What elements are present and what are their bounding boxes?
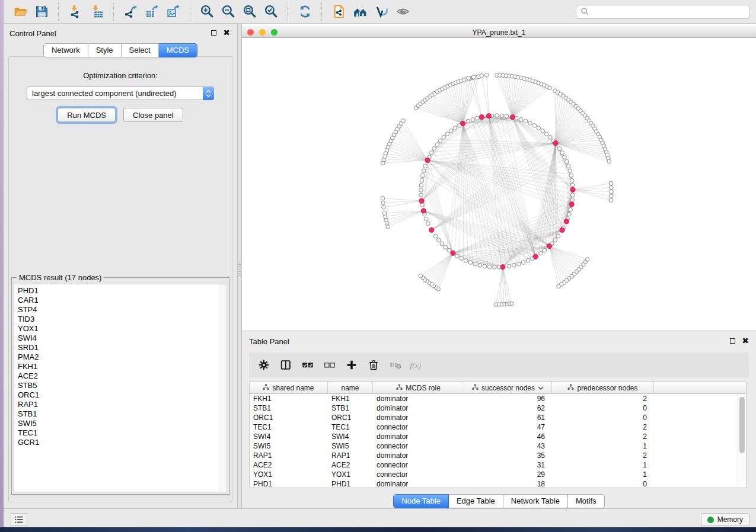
column-header-successor-nodes[interactable]: successor nodes — [464, 382, 552, 393]
graph-node[interactable] — [500, 114, 504, 118]
graph-node[interactable] — [471, 117, 475, 121]
graph-dominator-node[interactable] — [451, 251, 455, 255]
graph-node[interactable] — [419, 188, 423, 193]
graph-leaf-node[interactable] — [548, 86, 552, 90]
graph-leaf-node[interactable] — [557, 284, 561, 289]
show-panels-button[interactable] — [11, 513, 27, 526]
zoom-selected-icon[interactable] — [262, 3, 280, 21]
panel-splitter[interactable] — [237, 24, 242, 508]
graph-node[interactable] — [528, 121, 532, 126]
export-network-icon[interactable] — [122, 3, 139, 21]
deselect-all-icon[interactable] — [321, 356, 339, 374]
close-table-panel-icon[interactable]: ✖ — [742, 338, 749, 344]
graph-node[interactable] — [570, 178, 574, 182]
table-row[interactable]: SWI4SWI4dominator462 — [250, 432, 746, 441]
graph-leaf-node[interactable] — [607, 159, 611, 164]
column-header-predecessor-nodes[interactable]: predecessor nodes — [552, 382, 654, 393]
graph-node[interactable] — [435, 143, 439, 147]
graph-node[interactable] — [557, 147, 562, 151]
graph-node[interactable] — [430, 151, 434, 155]
graph-node[interactable] — [570, 183, 575, 187]
graph-node[interactable] — [505, 114, 509, 118]
table-row[interactable]: TEC1TEC1connector472 — [250, 422, 746, 432]
mcds-result-item[interactable]: TID3 — [18, 315, 219, 324]
graph-node[interactable] — [476, 116, 480, 120]
tab-edge-table[interactable]: Edge Table — [449, 494, 503, 508]
graph-node[interactable] — [423, 164, 428, 168]
graph-node[interactable] — [571, 193, 575, 197]
graph-node[interactable] — [419, 193, 423, 197]
graph-node[interactable] — [539, 251, 543, 255]
graph-node[interactable] — [544, 132, 548, 136]
graph-node[interactable] — [468, 261, 473, 265]
graph-dominator-node[interactable] — [564, 219, 569, 224]
graph-node[interactable] — [570, 198, 575, 202]
graph-node[interactable] — [517, 262, 521, 266]
graph-leaf-node[interactable] — [485, 73, 489, 77]
table-row[interactable]: ORC1ORC1dominator610 — [250, 413, 746, 422]
table-row[interactable]: YOX1YOX1connector291 — [250, 470, 746, 479]
save-icon[interactable] — [33, 3, 50, 21]
graph-leaf-node[interactable] — [610, 190, 614, 194]
graph-node[interactable] — [487, 265, 492, 269]
mcds-result-item[interactable]: ACE2 — [18, 371, 219, 381]
graph-node[interactable] — [548, 136, 553, 140]
graph-dominator-node[interactable] — [560, 227, 564, 232]
graph-node[interactable] — [466, 119, 470, 123]
graph-dominator-node[interactable] — [547, 243, 551, 248]
graph-dominator-node[interactable] — [569, 202, 574, 207]
graph-node[interactable] — [541, 129, 545, 133]
graph-dominator-node[interactable] — [510, 115, 515, 120]
graph-node[interactable] — [473, 262, 477, 266]
graph-node[interactable] — [537, 126, 541, 130]
network-graph-canvas[interactable] — [242, 39, 756, 331]
graph-node[interactable] — [453, 126, 457, 130]
graph-node[interactable] — [519, 117, 523, 121]
tab-select[interactable]: Select — [122, 43, 159, 57]
graph-node[interactable] — [444, 245, 448, 249]
graph-node[interactable] — [432, 147, 436, 151]
style-icon[interactable] — [372, 3, 390, 21]
graph-node[interactable] — [425, 217, 429, 221]
table-row[interactable]: STB1STB1dominator620 — [250, 403, 746, 413]
graph-node[interactable] — [493, 265, 497, 270]
graph-node[interactable] — [483, 264, 487, 268]
graph-node[interactable] — [420, 178, 424, 182]
table-row[interactable]: PHD1PHD1dominator180 — [250, 479, 746, 489]
graph-node[interactable] — [449, 129, 454, 133]
mcds-result-item[interactable]: ORC1 — [18, 390, 219, 400]
mcds-result-item[interactable]: FKH1 — [18, 362, 219, 371]
mcds-result-item[interactable]: STP4 — [18, 305, 219, 315]
float-panel-icon[interactable] — [211, 30, 216, 36]
graph-dominator-node[interactable] — [429, 227, 434, 232]
table-row[interactable]: RAP1RAP1dominator352 — [250, 451, 746, 460]
graph-node[interactable] — [563, 155, 567, 159]
table-scrollbar-thumb[interactable] — [739, 397, 745, 453]
mcds-result-item[interactable]: PHD1 — [18, 286, 219, 296]
graph-node[interactable] — [438, 139, 442, 143]
graph-node[interactable] — [512, 263, 516, 267]
graph-dominator-node[interactable] — [533, 254, 538, 259]
graph-node[interactable] — [447, 248, 451, 252]
tab-network-table[interactable]: Network Table — [503, 494, 568, 508]
graph-node[interactable] — [524, 119, 528, 123]
graph-dominator-node[interactable] — [570, 187, 575, 192]
search-input[interactable] — [592, 7, 745, 17]
graph-node[interactable] — [567, 213, 572, 217]
graph-node[interactable] — [437, 238, 441, 242]
graph-dominator-node[interactable] — [553, 141, 558, 146]
graph-node[interactable] — [521, 261, 525, 265]
column-header-name[interactable]: name — [328, 382, 373, 393]
graph-leaf-node[interactable] — [609, 198, 613, 203]
graph-leaf-node[interactable] — [381, 197, 385, 201]
graph-node[interactable] — [569, 208, 573, 212]
graph-leaf-node[interactable] — [610, 185, 614, 190]
export-image-icon[interactable] — [164, 3, 182, 21]
graph-node[interactable] — [455, 254, 460, 258]
graph-node[interactable] — [445, 132, 449, 136]
graph-dominator-node[interactable] — [486, 114, 491, 118]
graph-node[interactable] — [421, 174, 425, 178]
graph-node[interactable] — [553, 238, 557, 242]
optimization-criterion-select[interactable]: largest connected component (undirected) — [27, 86, 214, 100]
graph-dominator-node[interactable] — [425, 158, 430, 162]
